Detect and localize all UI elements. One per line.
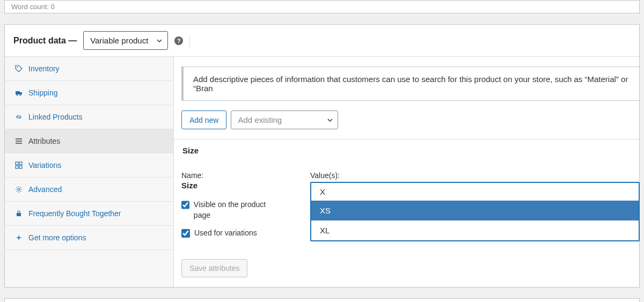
tab-attributes[interactable]: Attributes xyxy=(5,129,173,153)
svg-rect-9 xyxy=(19,162,22,165)
tab-label: Shipping xyxy=(28,89,58,97)
list-icon xyxy=(14,137,23,145)
add-existing-placeholder: Add existing xyxy=(238,111,327,129)
tab-get-more-options[interactable]: Get more options xyxy=(5,226,173,250)
header-divider xyxy=(189,35,190,47)
attribute-left-col: Name: Size Visible on the product page U… xyxy=(181,171,278,246)
tab-label: Inventory xyxy=(28,64,60,73)
svg-rect-13 xyxy=(17,213,21,216)
visible-label: Visible on the product page xyxy=(194,200,278,220)
tab-label: Attributes xyxy=(28,137,60,145)
svg-rect-8 xyxy=(16,162,18,165)
used-label: Used for variations xyxy=(194,228,257,239)
add-existing-select[interactable]: Add existing xyxy=(231,111,338,129)
svg-rect-11 xyxy=(19,166,22,168)
product-type-select[interactable]: Variable product xyxy=(83,31,168,50)
add-new-button[interactable]: Add new xyxy=(181,111,226,129)
svg-rect-6 xyxy=(16,141,22,142)
product-type-value[interactable]: Variable product xyxy=(83,31,168,50)
svg-point-3 xyxy=(17,94,18,96)
tab-label: Variations xyxy=(28,161,61,170)
word-count-bar: Word count: 0 xyxy=(4,0,640,13)
tab-label: Linked Products xyxy=(28,113,82,121)
attributes-content: Add descriptive pieces of information th… xyxy=(174,57,639,287)
tab-shipping[interactable]: Shipping xyxy=(5,81,173,105)
value-option-xs[interactable]: XS xyxy=(311,201,639,220)
panel-body: Inventory Shipping Linked Products Attri… xyxy=(5,57,639,287)
link-icon xyxy=(14,113,23,121)
chevron-down-icon xyxy=(327,117,333,123)
values-label: Value(s): xyxy=(310,171,639,180)
svg-rect-7 xyxy=(16,143,22,144)
side-tabs: Inventory Shipping Linked Products Attri… xyxy=(5,57,174,287)
notice-text: Add descriptive pieces of information th… xyxy=(193,75,628,93)
attribute-toolbar: Add new Add existing xyxy=(181,111,639,129)
attribute-right-col: Value(s): X XS XL xyxy=(310,171,639,246)
gear-icon xyxy=(14,185,23,194)
tag-icon xyxy=(14,64,23,73)
visible-checkbox-row[interactable]: Visible on the product page xyxy=(181,200,278,220)
tab-label: Advanced xyxy=(28,185,62,194)
lock-icon xyxy=(14,209,23,218)
visible-checkbox[interactable] xyxy=(181,201,189,209)
truck-icon xyxy=(14,89,23,97)
short-description-panel: Product short description ? xyxy=(4,298,640,302)
values-dropdown[interactable]: X XS XL xyxy=(310,182,640,241)
svg-point-0 xyxy=(17,67,18,68)
tab-inventory[interactable]: Inventory xyxy=(5,57,173,81)
save-attributes-button[interactable]: Save attributes xyxy=(181,259,247,277)
grid-icon xyxy=(14,161,23,170)
svg-rect-5 xyxy=(16,138,22,139)
tab-linked-products[interactable]: Linked Products xyxy=(5,105,173,129)
attribute-name-value: Size xyxy=(181,181,278,190)
svg-point-12 xyxy=(18,188,20,190)
used-for-variations-checkbox[interactable] xyxy=(181,229,190,238)
sparkle-icon xyxy=(14,233,23,242)
tab-frequently-bought-together[interactable]: Frequently Bought Together xyxy=(5,202,173,226)
value-search-input[interactable]: X xyxy=(311,183,639,201)
info-notice: Add descriptive pieces of information th… xyxy=(181,67,640,101)
used-for-variations-row[interactable]: Used for variations xyxy=(181,228,278,239)
value-option-xl[interactable]: XL xyxy=(311,220,639,240)
tab-label: Frequently Bought Together xyxy=(28,209,121,218)
word-count-text: Word count: 0 xyxy=(11,3,55,11)
product-data-panel: Product data — Variable product ? Invent… xyxy=(4,24,640,288)
tab-variations[interactable]: Variations xyxy=(5,153,173,178)
tab-advanced[interactable]: Advanced xyxy=(5,178,173,202)
attribute-header[interactable]: Size xyxy=(174,139,639,161)
attribute-body: Name: Size Visible on the product page U… xyxy=(181,171,639,246)
help-icon[interactable]: ? xyxy=(174,36,183,45)
svg-point-4 xyxy=(20,94,21,96)
svg-rect-1 xyxy=(16,91,20,94)
name-label: Name: xyxy=(181,171,278,180)
tab-label: Get more options xyxy=(28,233,86,242)
panel-title: Product data — xyxy=(13,36,77,46)
svg-rect-10 xyxy=(16,166,18,168)
panel-header: Product data — Variable product ? xyxy=(5,25,639,57)
